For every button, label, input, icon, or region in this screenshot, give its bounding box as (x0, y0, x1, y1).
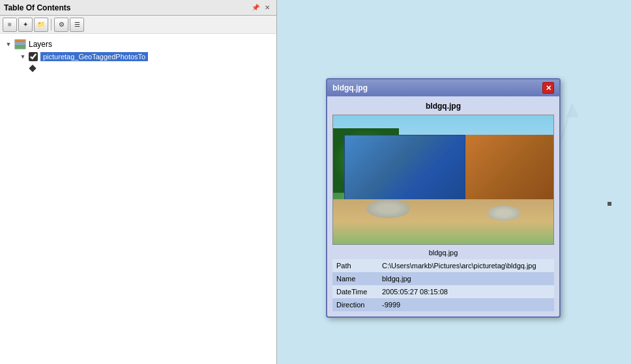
layer-expand-icon[interactable]: ▼ (18, 52, 27, 61)
toc-content: ▼ Layers ▼ picturetag_GeoTaggedPhotosTo (0, 34, 276, 77)
popup-table-row: DateTime2005:05:27 08:15:08 (332, 285, 554, 298)
layers-group: ▼ Layers ▼ picturetag_GeoTaggedPhotosTo (0, 36, 276, 74)
svg-rect-3 (15, 45, 25, 49)
popup-field-value: bldgq.jpg (378, 272, 554, 285)
popup-field-value: C:\Users\markb\Pictures\arc\picturetag\b… (378, 259, 554, 272)
layers-group-icon (14, 39, 26, 49)
popup-field-key: DateTime (332, 285, 378, 298)
toc-folder-btn[interactable]: 📁 (34, 18, 48, 32)
popup-dialog: bldgq.jpg ✕ bldgq.jpg bldgq.jpg Pat (326, 78, 561, 318)
toolbar-sep (51, 19, 51, 31)
popup-field-value: 2005:05:27 08:15:08 (378, 285, 554, 298)
popup-caption: bldgq.jpg (332, 249, 554, 257)
popup-dialog-title: bldgq.jpg (332, 83, 368, 92)
popup-table: PathC:\Users\markb\Pictures\arc\picturet… (332, 259, 554, 311)
pin-icon[interactable]: 📌 (250, 3, 261, 13)
popup-image-container (332, 115, 554, 245)
popup-table-row: Direction-9999 (332, 298, 554, 311)
popup-close-button[interactable]: ✕ (542, 82, 554, 94)
map-point (608, 202, 611, 206)
popup-field-key: Name (332, 272, 378, 285)
svg-rect-1 (15, 40, 25, 42)
popup-titlebar: bldgq.jpg ✕ (327, 79, 559, 96)
svg-marker-5 (566, 104, 579, 117)
toc-list-btn[interactable]: ≡ (3, 18, 17, 32)
svg-rect-2 (15, 42, 25, 45)
toc-title: Table Of Contents (4, 3, 70, 12)
popup-filename: bldgq.jpg (332, 102, 554, 111)
img-ground (333, 199, 553, 244)
toc-menu-btn[interactable]: ☰ (70, 18, 84, 32)
popup-image (333, 115, 553, 244)
popup-content: bldgq.jpg bldgq.jpg PathC:\Users\markb\P… (327, 96, 559, 316)
toc-add-btn[interactable]: ✦ (18, 18, 33, 32)
popup-field-key: Direction (332, 298, 378, 311)
popup-table-row: Namebldgq.jpg (332, 272, 554, 285)
layer-name[interactable]: picturetag_GeoTaggedPhotosTo (40, 52, 148, 61)
layer-item: ▼ picturetag_GeoTaggedPhotosTo (0, 51, 276, 63)
popup-table-row: PathC:\Users\markb\Pictures\arc\picturet… (332, 259, 554, 272)
main-area: bldgq.jpg ✕ bldgq.jpg bldgq.jpg Pat (277, 0, 631, 364)
toc-header: Table Of Contents 📌 ✕ (0, 0, 276, 16)
toc-options-btn[interactable]: ⚙ (54, 18, 68, 32)
popup-field-key: Path (332, 259, 378, 272)
layer-checkbox[interactable] (29, 52, 38, 61)
popup-field-value: -9999 (378, 298, 554, 311)
layer-symbol (0, 63, 276, 73)
diamond-icon (29, 64, 36, 72)
layers-label: Layers (29, 40, 52, 49)
toc-toolbar: ≡ ✦ 📁 ⚙ ☰ (0, 16, 276, 34)
layers-expand-icon[interactable]: ▼ (4, 40, 13, 49)
layers-header[interactable]: ▼ Layers (0, 38, 276, 51)
toc-header-icons: 📌 ✕ (250, 3, 272, 13)
close-toc-icon[interactable]: ✕ (262, 3, 272, 13)
toc-panel: Table Of Contents 📌 ✕ ≡ ✦ 📁 ⚙ ☰ ▼ Layers (0, 0, 277, 364)
